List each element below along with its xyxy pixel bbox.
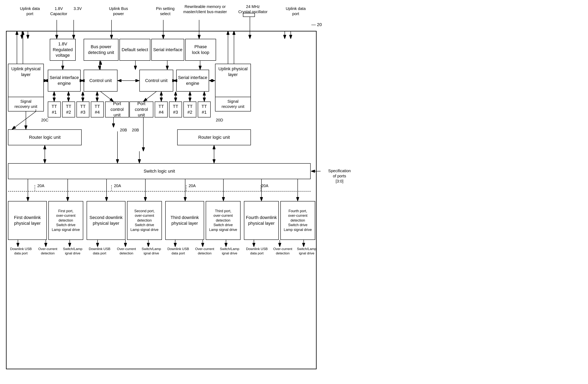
box-bus-power: Bus powerdetecting unit <box>84 39 119 61</box>
label-20c: 20C <box>39 118 51 123</box>
ref-20: — 20 <box>311 22 323 28</box>
dashed-line <box>8 191 311 191</box>
box-third-port-oc: Third port,over-currentdetectionSwitch d… <box>206 201 241 240</box>
box-tt1-left: TT#1 <box>48 101 61 118</box>
box-sie-right: Serial interfaceengine <box>176 70 209 92</box>
crystal-symbol <box>243 13 255 17</box>
box-router-left: Router logic unit <box>8 129 82 145</box>
label-switch-lamp-1: Switch/Lampignal drive <box>61 247 85 256</box>
label-3-3v: 3.3V <box>71 6 85 11</box>
label-20a-1: 20A <box>35 183 47 188</box>
label-oc-4: Over-currentdetection <box>271 247 295 256</box>
box-port-ctrl-left: Port controlunit <box>105 101 129 118</box>
box-second-downlink: Second downlinkphysical layer <box>87 201 126 240</box>
box-router-right: Router logic unit <box>177 129 251 145</box>
box-third-downlink: Third downlinkphysical layer <box>165 201 204 240</box>
label-oc-1: Over-currentdetection <box>36 247 60 256</box>
box-uplink-phys-left: Uplink physicallayer Signalrecovery unit <box>8 64 44 111</box>
box-sie-left: Serial interfaceengine <box>48 70 81 92</box>
box-tt4-right: TT#4 <box>155 101 168 118</box>
label-20b-1: 20B <box>118 127 129 133</box>
box-control-right: Control unit <box>139 70 173 92</box>
label-oc-2: Over-currentdetection <box>114 247 138 256</box>
box-tt2-left: TT#2 <box>62 101 75 118</box>
label-uplink-bus: Uplink Buspower <box>105 6 131 16</box>
box-first-port-oc: First port,over-currentdetectionSwitch d… <box>48 201 83 240</box>
diagram: Uplink dataport 1.8VCapacitor 3.3V Uplin… <box>0 0 588 384</box>
label-20a-2: 20A <box>111 183 124 188</box>
label-dl-usb-1: Downlink USBdata port <box>8 247 34 256</box>
label-switch-lamp-4: Switch/Lampignal drive <box>295 247 319 256</box>
label-20a-3: 20A <box>186 183 198 188</box>
box-tt1-right: TT#1 <box>198 101 211 118</box>
label-1-8v-cap: 1.8VCapacitor <box>50 6 68 16</box>
label-dl-usb-4: Downlink USBdata port <box>244 247 270 256</box>
box-reg-voltage: 1.8VRegulatedvoltage <box>50 39 76 61</box>
label-oc-3: Over-currentdetection <box>193 247 217 256</box>
box-fourth-port-oc: Fourth port,over-currentdetectionSwitch … <box>280 201 315 240</box>
box-phase-lock-loop: Phaselock loop <box>185 39 216 61</box>
label-rewrite-mem: Rewriteable memory ormaster/client bus-m… <box>177 4 233 14</box>
label-dl-usb-2: Downlink USBdata port <box>87 247 112 256</box>
box-port-ctrl-right: Port controlunit <box>129 101 153 118</box>
label-spec-ports: Specificationof ports[3:0] <box>322 168 357 184</box>
box-tt4-left: TT#4 <box>91 101 104 118</box>
box-default-select: Default select <box>120 39 150 61</box>
label-uplink-data-left: Uplink dataport <box>18 6 42 16</box>
label-uplink-data-right: Uplink dataport <box>283 6 309 16</box>
label-pin-setting: Pin settingselect <box>153 6 177 16</box>
box-switch-logic: Switch logic unit <box>8 163 311 179</box>
box-serial-interface: Serial interface <box>151 39 184 61</box>
box-tt2-right: TT#2 <box>183 101 196 118</box>
box-control-left: Control unit <box>84 70 118 92</box>
box-first-downlink: First downlinkphysical layer <box>8 201 47 240</box>
label-20a-4: 20A <box>259 183 271 188</box>
label-switch-lamp-3: Switch/Lampignal drive <box>218 247 242 256</box>
box-second-port-oc: Second port,over-currentdetectionSwitch … <box>127 201 162 240</box>
box-tt3-left: TT#3 <box>76 101 89 118</box>
label-switch-lamp-2: Switch/Lampignal drive <box>139 247 163 256</box>
box-uplink-phys-right: Uplink physicallayer Signalrecovery unit <box>215 64 251 111</box>
box-fourth-downlink: Fourth downlinkphysical layer <box>244 201 279 240</box>
label-dl-usb-3: Downlink USBdata port <box>165 247 191 256</box>
label-20b-2: 20B <box>129 127 141 133</box>
label-20d: 20D <box>213 118 225 123</box>
box-tt3-right: TT#3 <box>169 101 182 118</box>
